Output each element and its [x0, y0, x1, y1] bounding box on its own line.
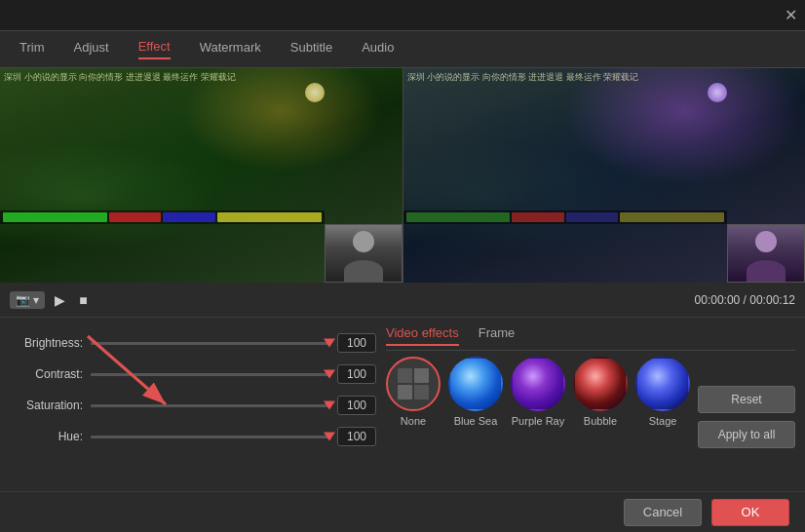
brightness-row: Brightness:: [10, 329, 376, 357]
brightness-label: Brightness:: [10, 336, 83, 350]
brightness-track[interactable]: [91, 342, 329, 345]
chinese-watermark-left: 深圳 小的说的显示 向你的情形 进进退退 最终运作 荣耀载记: [4, 72, 236, 84]
play-button[interactable]: ▶: [51, 290, 69, 310]
video-preview-row: 深圳 小的说的显示 向你的情形 进进退退 最终运作 荣耀载记: [0, 68, 805, 283]
webcam-person-right: [728, 225, 804, 282]
cancel-button[interactable]: Cancel: [624, 499, 702, 526]
tab-subtitle[interactable]: Subtitle: [290, 40, 332, 58]
tab-effect[interactable]: Effect: [138, 39, 171, 59]
video-panel-left: 深圳 小的说的显示 向你的情形 进进退退 最终运作 荣耀载记: [0, 68, 402, 283]
hue-value[interactable]: [337, 427, 376, 446]
effect-bubble-label: Bubble: [584, 415, 617, 427]
tab-adjust[interactable]: Adjust: [74, 40, 109, 58]
video-panel-right: 深圳 小的说的显示 向你的情形 进进退退 最终运作 荣耀载记: [402, 68, 806, 283]
contrast-label: Contrast:: [10, 367, 83, 381]
effect-none[interactable]: None: [386, 357, 441, 427]
time-display: 00:00:00 / 00:00:12: [695, 293, 795, 307]
effect-bubble-thumb: [573, 357, 628, 411]
effect-purple-ray-thumb: [511, 357, 565, 411]
effects-grid: None Blue Sea Purple Ray B: [386, 357, 690, 427]
effect-none-label: None: [401, 415, 426, 427]
contrast-track[interactable]: [91, 373, 329, 376]
tab-watermark[interactable]: Watermark: [200, 40, 261, 58]
tab-audio[interactable]: Audio: [362, 40, 394, 58]
effect-stage-thumb: [635, 357, 690, 411]
effect-none-thumb: [386, 357, 441, 411]
hue-track[interactable]: [91, 436, 329, 438]
close-button[interactable]: ✕: [785, 8, 797, 23]
buttons-area: Reset Apply to all: [698, 357, 795, 448]
hue-row: Hue:: [10, 423, 376, 450]
video-bg-left: 深圳 小的说的显示 向你的情形 进进退退 最终运作 荣耀载记: [0, 68, 402, 283]
effect-blue-sea[interactable]: Blue Sea: [448, 357, 503, 427]
slider-controls: Brightness: Contrast: Saturation:: [10, 325, 376, 450]
effect-purple-ray-label: Purple Ray: [512, 415, 564, 427]
stop-button[interactable]: ■: [75, 290, 91, 310]
reset-button[interactable]: Reset: [698, 386, 795, 413]
transport-controls: 📷 ▾ ▶ ■: [10, 290, 92, 310]
effects-area: None Blue Sea Purple Ray B: [386, 357, 690, 448]
webcam-person-left: [326, 225, 402, 282]
tab-trim[interactable]: Trim: [19, 40, 45, 58]
chinese-watermark-right: 深圳 小的说的显示 向你的情形 进进退退 最终运作 荣耀载记: [407, 72, 639, 84]
effect-blue-sea-thumb: [448, 357, 503, 411]
transport-row: 📷 ▾ ▶ ■ 00:00:00 / 00:00:12: [0, 283, 805, 318]
bottom-buttons: Cancel OK: [0, 491, 805, 532]
brightness-value[interactable]: [337, 333, 376, 353]
right-panel: Video effects Frame: [386, 325, 795, 450]
webcam-left: [325, 224, 402, 283]
effects-tabs: Video effects Frame: [386, 325, 795, 351]
tab-bar: Trim Adjust Effect Watermark Subtitle Au…: [0, 31, 805, 68]
saturation-row: Saturation:: [10, 392, 376, 419]
contrast-value[interactable]: [337, 364, 376, 384]
effects-and-buttons: None Blue Sea Purple Ray B: [386, 357, 795, 448]
effect-purple-ray[interactable]: Purple Ray: [511, 357, 565, 427]
ok-button[interactable]: OK: [711, 499, 789, 526]
video-effects-tab[interactable]: Video effects: [386, 325, 459, 346]
frame-tab[interactable]: Frame: [479, 325, 516, 346]
saturation-label: Saturation:: [10, 399, 83, 412]
bottom-section: Brightness: Contrast: Saturation:: [0, 318, 805, 458]
apply-all-button[interactable]: Apply to all: [698, 421, 795, 448]
effect-blue-sea-label: Blue Sea: [454, 415, 498, 427]
hue-label: Hue:: [10, 430, 83, 443]
title-bar: ✕: [0, 0, 805, 31]
effect-stage[interactable]: Stage: [635, 357, 690, 427]
contrast-row: Contrast:: [10, 361, 376, 388]
effect-stage-label: Stage: [649, 415, 677, 427]
webcam-right: [727, 224, 805, 283]
video-bg-right: 深圳 小的说的显示 向你的情形 进进退退 最终运作 荣耀载记: [403, 68, 806, 283]
saturation-track[interactable]: [91, 404, 329, 407]
saturation-value[interactable]: [337, 396, 376, 415]
effect-bubble[interactable]: Bubble: [573, 357, 628, 427]
camera-button[interactable]: 📷 ▾: [10, 291, 45, 309]
